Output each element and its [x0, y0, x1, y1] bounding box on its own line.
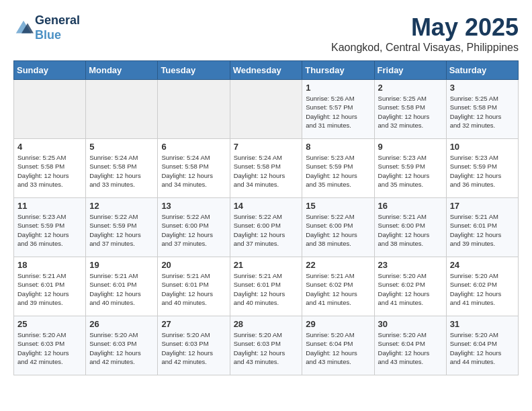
day-number: 22	[306, 260, 370, 270]
day-info: Sunrise: 5:24 AM Sunset: 5:58 PM Dayligh…	[89, 153, 154, 189]
weekday-header-saturday: Saturday	[446, 61, 518, 80]
calendar-cell: 21Sunrise: 5:21 AM Sunset: 6:01 PM Dayli…	[230, 257, 302, 316]
logo: General Blue	[13, 13, 80, 42]
day-number: 26	[89, 319, 154, 329]
calendar-cell: 25Sunrise: 5:20 AM Sunset: 6:03 PM Dayli…	[14, 316, 86, 375]
day-number: 4	[17, 142, 82, 152]
calendar-cell: 2Sunrise: 5:25 AM Sunset: 5:58 PM Daylig…	[374, 80, 446, 139]
calendar-cell: 28Sunrise: 5:20 AM Sunset: 6:03 PM Dayli…	[230, 316, 302, 375]
day-info: Sunrise: 5:20 AM Sunset: 6:04 PM Dayligh…	[450, 330, 515, 366]
calendar-week-row: 11Sunrise: 5:23 AM Sunset: 5:59 PM Dayli…	[14, 198, 519, 257]
day-info: Sunrise: 5:20 AM Sunset: 6:03 PM Dayligh…	[17, 330, 82, 366]
day-number: 11	[17, 201, 82, 211]
day-number: 13	[161, 201, 226, 211]
location-title: Kaongkod, Central Visayas, Philippines	[331, 42, 519, 54]
calendar-week-row: 25Sunrise: 5:20 AM Sunset: 6:03 PM Dayli…	[14, 316, 519, 375]
day-info: Sunrise: 5:22 AM Sunset: 6:00 PM Dayligh…	[161, 212, 226, 248]
day-info: Sunrise: 5:21 AM Sunset: 6:01 PM Dayligh…	[234, 271, 299, 307]
calendar-cell: 22Sunrise: 5:21 AM Sunset: 6:02 PM Dayli…	[302, 257, 374, 316]
calendar-cell: 8Sunrise: 5:23 AM Sunset: 5:59 PM Daylig…	[302, 139, 374, 198]
day-info: Sunrise: 5:23 AM Sunset: 5:59 PM Dayligh…	[306, 153, 370, 189]
day-info: Sunrise: 5:20 AM Sunset: 6:02 PM Dayligh…	[378, 271, 443, 307]
calendar-cell: 17Sunrise: 5:21 AM Sunset: 6:01 PM Dayli…	[446, 198, 518, 257]
page-header: General Blue May 2025 Kaongkod, Central …	[13, 13, 519, 54]
weekday-header-tuesday: Tuesday	[158, 61, 230, 80]
calendar-cell: 16Sunrise: 5:21 AM Sunset: 6:00 PM Dayli…	[374, 198, 446, 257]
calendar-cell: 4Sunrise: 5:25 AM Sunset: 5:58 PM Daylig…	[14, 139, 86, 198]
calendar-cell: 1Sunrise: 5:26 AM Sunset: 5:57 PM Daylig…	[302, 80, 374, 139]
logo-line2: Blue	[35, 28, 80, 43]
day-info: Sunrise: 5:21 AM Sunset: 6:02 PM Dayligh…	[306, 271, 370, 307]
calendar-cell: 23Sunrise: 5:20 AM Sunset: 6:02 PM Dayli…	[374, 257, 446, 316]
day-number: 5	[89, 142, 154, 152]
calendar-cell: 9Sunrise: 5:23 AM Sunset: 5:59 PM Daylig…	[374, 139, 446, 198]
logo-icon	[13, 18, 34, 38]
calendar-cell	[86, 80, 158, 139]
day-info: Sunrise: 5:24 AM Sunset: 5:58 PM Dayligh…	[234, 153, 299, 189]
day-info: Sunrise: 5:20 AM Sunset: 6:04 PM Dayligh…	[306, 330, 370, 366]
day-number: 14	[234, 201, 299, 211]
calendar-cell: 7Sunrise: 5:24 AM Sunset: 5:58 PM Daylig…	[230, 139, 302, 198]
calendar-cell: 19Sunrise: 5:21 AM Sunset: 6:01 PM Dayli…	[86, 257, 158, 316]
day-number: 1	[306, 83, 370, 93]
day-number: 2	[378, 83, 443, 93]
calendar-cell: 14Sunrise: 5:22 AM Sunset: 6:00 PM Dayli…	[230, 198, 302, 257]
calendar-cell: 24Sunrise: 5:20 AM Sunset: 6:02 PM Dayli…	[446, 257, 518, 316]
calendar-cell: 31Sunrise: 5:20 AM Sunset: 6:04 PM Dayli…	[446, 316, 518, 375]
day-info: Sunrise: 5:20 AM Sunset: 6:03 PM Dayligh…	[161, 330, 226, 366]
day-number: 16	[378, 201, 443, 211]
day-info: Sunrise: 5:25 AM Sunset: 5:58 PM Dayligh…	[450, 94, 515, 130]
calendar-cell	[230, 80, 302, 139]
day-number: 6	[161, 142, 226, 152]
month-title: May 2025	[331, 13, 519, 42]
calendar-cell: 11Sunrise: 5:23 AM Sunset: 5:59 PM Dayli…	[14, 198, 86, 257]
calendar-cell: 10Sunrise: 5:23 AM Sunset: 5:59 PM Dayli…	[446, 139, 518, 198]
calendar-cell	[158, 80, 230, 139]
day-number: 18	[17, 260, 82, 270]
calendar-cell: 15Sunrise: 5:22 AM Sunset: 6:00 PM Dayli…	[302, 198, 374, 257]
day-number: 7	[234, 142, 299, 152]
day-number: 28	[234, 319, 299, 329]
day-info: Sunrise: 5:23 AM Sunset: 5:59 PM Dayligh…	[17, 212, 82, 248]
day-number: 12	[89, 201, 154, 211]
weekday-header-wednesday: Wednesday	[230, 61, 302, 80]
day-info: Sunrise: 5:22 AM Sunset: 6:00 PM Dayligh…	[234, 212, 299, 248]
day-number: 25	[17, 319, 82, 329]
calendar-cell: 13Sunrise: 5:22 AM Sunset: 6:00 PM Dayli…	[158, 198, 230, 257]
calendar-cell: 30Sunrise: 5:20 AM Sunset: 6:04 PM Dayli…	[374, 316, 446, 375]
calendar-cell: 3Sunrise: 5:25 AM Sunset: 5:58 PM Daylig…	[446, 80, 518, 139]
day-info: Sunrise: 5:25 AM Sunset: 5:58 PM Dayligh…	[17, 153, 82, 189]
calendar-cell: 12Sunrise: 5:22 AM Sunset: 5:59 PM Dayli…	[86, 198, 158, 257]
day-number: 24	[450, 260, 515, 270]
day-info: Sunrise: 5:24 AM Sunset: 5:58 PM Dayligh…	[161, 153, 226, 189]
day-info: Sunrise: 5:21 AM Sunset: 6:01 PM Dayligh…	[450, 212, 515, 248]
day-number: 23	[378, 260, 443, 270]
calendar-cell: 20Sunrise: 5:21 AM Sunset: 6:01 PM Dayli…	[158, 257, 230, 316]
day-info: Sunrise: 5:20 AM Sunset: 6:04 PM Dayligh…	[378, 330, 443, 366]
day-number: 9	[378, 142, 443, 152]
day-info: Sunrise: 5:22 AM Sunset: 6:00 PM Dayligh…	[306, 212, 370, 248]
day-info: Sunrise: 5:20 AM Sunset: 6:02 PM Dayligh…	[450, 271, 515, 307]
weekday-header-sunday: Sunday	[14, 61, 86, 80]
weekday-header-thursday: Thursday	[302, 61, 374, 80]
day-number: 8	[306, 142, 370, 152]
calendar-cell: 26Sunrise: 5:20 AM Sunset: 6:03 PM Dayli…	[86, 316, 158, 375]
calendar-cell: 5Sunrise: 5:24 AM Sunset: 5:58 PM Daylig…	[86, 139, 158, 198]
day-number: 29	[306, 319, 370, 329]
day-info: Sunrise: 5:20 AM Sunset: 6:03 PM Dayligh…	[234, 330, 299, 366]
day-info: Sunrise: 5:20 AM Sunset: 6:03 PM Dayligh…	[89, 330, 154, 366]
calendar-week-row: 1Sunrise: 5:26 AM Sunset: 5:57 PM Daylig…	[14, 80, 519, 139]
day-number: 31	[450, 319, 515, 329]
calendar-cell	[14, 80, 86, 139]
calendar-cell: 6Sunrise: 5:24 AM Sunset: 5:58 PM Daylig…	[158, 139, 230, 198]
calendar-table: SundayMondayTuesdayWednesdayThursdayFrid…	[13, 60, 519, 375]
day-info: Sunrise: 5:25 AM Sunset: 5:58 PM Dayligh…	[378, 94, 443, 130]
day-number: 3	[450, 83, 515, 93]
day-info: Sunrise: 5:23 AM Sunset: 5:59 PM Dayligh…	[378, 153, 443, 189]
day-number: 21	[234, 260, 299, 270]
weekday-header-friday: Friday	[374, 61, 446, 80]
weekday-header-monday: Monday	[86, 61, 158, 80]
calendar-week-row: 4Sunrise: 5:25 AM Sunset: 5:58 PM Daylig…	[14, 139, 519, 198]
title-block: May 2025 Kaongkod, Central Visayas, Phil…	[331, 13, 519, 54]
logo-line1: General	[35, 13, 80, 28]
